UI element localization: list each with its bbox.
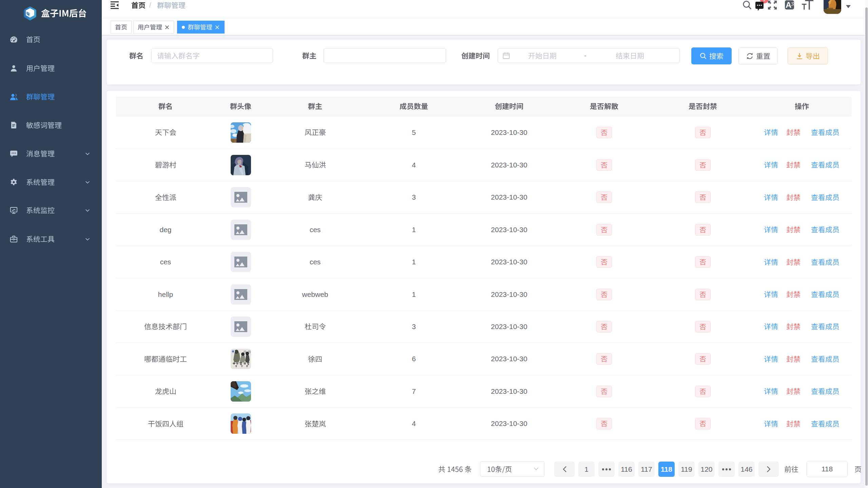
svg-text:(0_0): (0_0) — [244, 350, 251, 353]
svg-text:1: 1 — [763, 0, 766, 2]
